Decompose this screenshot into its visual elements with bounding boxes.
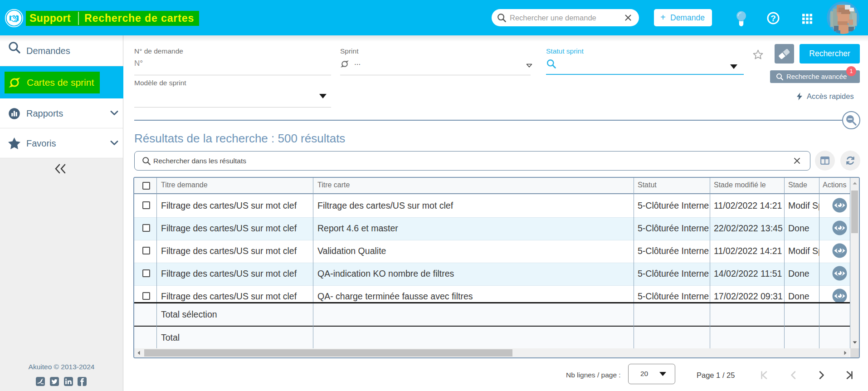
svg-text:?: ? [770,14,776,23]
